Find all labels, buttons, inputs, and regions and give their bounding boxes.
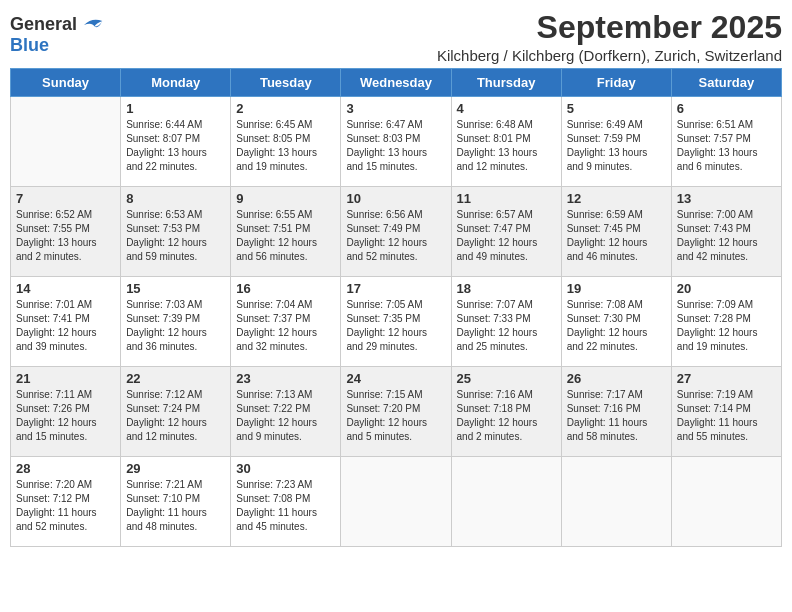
day-detail: Sunrise: 7:19 AM Sunset: 7:14 PM Dayligh… [677,388,776,444]
calendar-cell: 27Sunrise: 7:19 AM Sunset: 7:14 PM Dayli… [671,367,781,457]
day-detail: Sunrise: 6:56 AM Sunset: 7:49 PM Dayligh… [346,208,445,264]
day-detail: Sunrise: 6:53 AM Sunset: 7:53 PM Dayligh… [126,208,225,264]
day-number: 20 [677,281,776,296]
day-number: 19 [567,281,666,296]
day-number: 5 [567,101,666,116]
day-detail: Sunrise: 6:44 AM Sunset: 8:07 PM Dayligh… [126,118,225,174]
calendar-cell [341,457,451,547]
calendar-cell [561,457,671,547]
day-number: 24 [346,371,445,386]
day-detail: Sunrise: 6:57 AM Sunset: 7:47 PM Dayligh… [457,208,556,264]
day-number: 15 [126,281,225,296]
column-header-wednesday: Wednesday [341,69,451,97]
day-number: 16 [236,281,335,296]
column-header-tuesday: Tuesday [231,69,341,97]
day-number: 14 [16,281,115,296]
day-detail: Sunrise: 7:07 AM Sunset: 7:33 PM Dayligh… [457,298,556,354]
calendar-cell [11,97,121,187]
day-number: 10 [346,191,445,206]
day-number: 11 [457,191,556,206]
day-detail: Sunrise: 7:04 AM Sunset: 7:37 PM Dayligh… [236,298,335,354]
calendar-week-row: 1Sunrise: 6:44 AM Sunset: 8:07 PM Daylig… [11,97,782,187]
calendar-cell: 17Sunrise: 7:05 AM Sunset: 7:35 PM Dayli… [341,277,451,367]
calendar-week-row: 14Sunrise: 7:01 AM Sunset: 7:41 PM Dayli… [11,277,782,367]
day-detail: Sunrise: 7:16 AM Sunset: 7:18 PM Dayligh… [457,388,556,444]
logo: General Blue [10,14,104,56]
calendar-cell: 14Sunrise: 7:01 AM Sunset: 7:41 PM Dayli… [11,277,121,367]
day-number: 8 [126,191,225,206]
calendar-table: SundayMondayTuesdayWednesdayThursdayFrid… [10,68,782,547]
calendar-cell: 13Sunrise: 7:00 AM Sunset: 7:43 PM Dayli… [671,187,781,277]
calendar-cell: 9Sunrise: 6:55 AM Sunset: 7:51 PM Daylig… [231,187,341,277]
day-detail: Sunrise: 6:52 AM Sunset: 7:55 PM Dayligh… [16,208,115,264]
day-number: 7 [16,191,115,206]
day-detail: Sunrise: 6:55 AM Sunset: 7:51 PM Dayligh… [236,208,335,264]
day-detail: Sunrise: 7:12 AM Sunset: 7:24 PM Dayligh… [126,388,225,444]
column-header-monday: Monday [121,69,231,97]
title-area: September 2025 Kilchberg / Kilchberg (Do… [124,10,782,64]
calendar-cell: 6Sunrise: 6:51 AM Sunset: 7:57 PM Daylig… [671,97,781,187]
day-number: 27 [677,371,776,386]
day-detail: Sunrise: 6:48 AM Sunset: 8:01 PM Dayligh… [457,118,556,174]
day-detail: Sunrise: 6:47 AM Sunset: 8:03 PM Dayligh… [346,118,445,174]
calendar-cell: 8Sunrise: 6:53 AM Sunset: 7:53 PM Daylig… [121,187,231,277]
day-number: 26 [567,371,666,386]
day-number: 18 [457,281,556,296]
calendar-header-row: SundayMondayTuesdayWednesdayThursdayFrid… [11,69,782,97]
calendar-subtitle: Kilchberg / Kilchberg (Dorfkern), Zurich… [124,47,782,64]
calendar-cell: 30Sunrise: 7:23 AM Sunset: 7:08 PM Dayli… [231,457,341,547]
calendar-cell: 16Sunrise: 7:04 AM Sunset: 7:37 PM Dayli… [231,277,341,367]
day-number: 30 [236,461,335,476]
calendar-cell: 3Sunrise: 6:47 AM Sunset: 8:03 PM Daylig… [341,97,451,187]
day-detail: Sunrise: 7:05 AM Sunset: 7:35 PM Dayligh… [346,298,445,354]
calendar-cell: 21Sunrise: 7:11 AM Sunset: 7:26 PM Dayli… [11,367,121,457]
day-detail: Sunrise: 7:11 AM Sunset: 7:26 PM Dayligh… [16,388,115,444]
calendar-cell: 19Sunrise: 7:08 AM Sunset: 7:30 PM Dayli… [561,277,671,367]
logo-bird-icon [80,17,104,33]
day-detail: Sunrise: 6:45 AM Sunset: 8:05 PM Dayligh… [236,118,335,174]
column-header-thursday: Thursday [451,69,561,97]
day-number: 12 [567,191,666,206]
day-detail: Sunrise: 7:17 AM Sunset: 7:16 PM Dayligh… [567,388,666,444]
calendar-cell: 24Sunrise: 7:15 AM Sunset: 7:20 PM Dayli… [341,367,451,457]
calendar-cell: 1Sunrise: 6:44 AM Sunset: 8:07 PM Daylig… [121,97,231,187]
column-header-friday: Friday [561,69,671,97]
day-number: 13 [677,191,776,206]
day-number: 9 [236,191,335,206]
column-header-sunday: Sunday [11,69,121,97]
day-detail: Sunrise: 7:21 AM Sunset: 7:10 PM Dayligh… [126,478,225,534]
calendar-cell: 22Sunrise: 7:12 AM Sunset: 7:24 PM Dayli… [121,367,231,457]
calendar-cell: 23Sunrise: 7:13 AM Sunset: 7:22 PM Dayli… [231,367,341,457]
calendar-cell: 26Sunrise: 7:17 AM Sunset: 7:16 PM Dayli… [561,367,671,457]
calendar-cell: 18Sunrise: 7:07 AM Sunset: 7:33 PM Dayli… [451,277,561,367]
day-detail: Sunrise: 7:09 AM Sunset: 7:28 PM Dayligh… [677,298,776,354]
calendar-cell: 10Sunrise: 6:56 AM Sunset: 7:49 PM Dayli… [341,187,451,277]
day-detail: Sunrise: 7:15 AM Sunset: 7:20 PM Dayligh… [346,388,445,444]
page-header: General Blue September 2025 Kilchberg / … [10,10,782,64]
calendar-cell: 4Sunrise: 6:48 AM Sunset: 8:01 PM Daylig… [451,97,561,187]
calendar-week-row: 28Sunrise: 7:20 AM Sunset: 7:12 PM Dayli… [11,457,782,547]
calendar-cell [451,457,561,547]
calendar-cell: 7Sunrise: 6:52 AM Sunset: 7:55 PM Daylig… [11,187,121,277]
calendar-cell: 5Sunrise: 6:49 AM Sunset: 7:59 PM Daylig… [561,97,671,187]
calendar-cell: 15Sunrise: 7:03 AM Sunset: 7:39 PM Dayli… [121,277,231,367]
day-detail: Sunrise: 7:13 AM Sunset: 7:22 PM Dayligh… [236,388,335,444]
logo-general-text: General [10,14,77,35]
column-header-saturday: Saturday [671,69,781,97]
day-detail: Sunrise: 7:20 AM Sunset: 7:12 PM Dayligh… [16,478,115,534]
day-number: 1 [126,101,225,116]
calendar-cell: 20Sunrise: 7:09 AM Sunset: 7:28 PM Dayli… [671,277,781,367]
day-detail: Sunrise: 7:03 AM Sunset: 7:39 PM Dayligh… [126,298,225,354]
day-number: 29 [126,461,225,476]
day-number: 22 [126,371,225,386]
day-number: 6 [677,101,776,116]
calendar-cell: 25Sunrise: 7:16 AM Sunset: 7:18 PM Dayli… [451,367,561,457]
calendar-cell: 12Sunrise: 6:59 AM Sunset: 7:45 PM Dayli… [561,187,671,277]
day-number: 4 [457,101,556,116]
calendar-cell: 2Sunrise: 6:45 AM Sunset: 8:05 PM Daylig… [231,97,341,187]
day-number: 2 [236,101,335,116]
logo-blue-text: Blue [10,35,49,56]
calendar-title: September 2025 [124,10,782,45]
day-number: 21 [16,371,115,386]
day-detail: Sunrise: 6:59 AM Sunset: 7:45 PM Dayligh… [567,208,666,264]
